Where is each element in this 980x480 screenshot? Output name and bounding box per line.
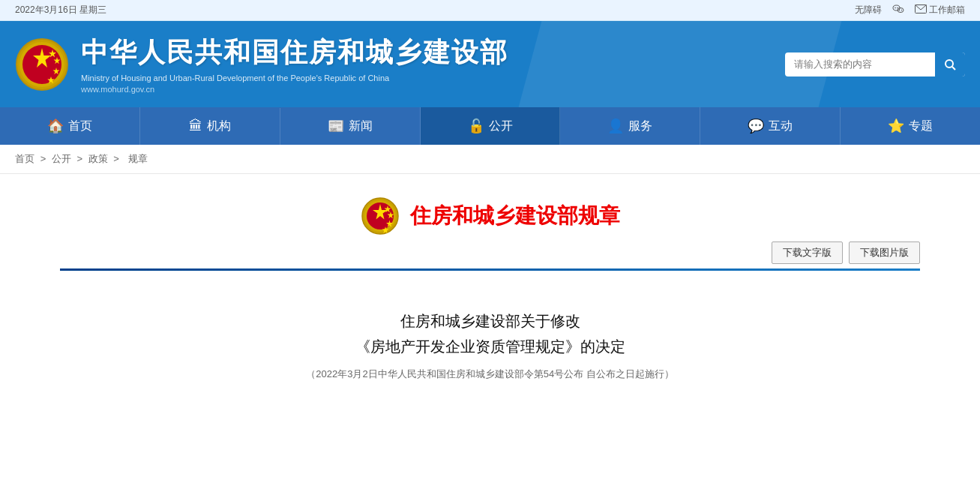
home-icon: 🏠 [47,118,64,134]
accessibility-label: 无障碍 [855,4,882,16]
nav-label-service: 服务 [628,118,652,134]
download-image-btn[interactable]: 下载图片版 [849,242,920,264]
email-label: 工作邮箱 [929,4,965,16]
nav-label-public: 公开 [489,118,513,134]
breadcrumb-public[interactable]: 公开 [52,153,71,164]
public-icon: 🔓 [468,118,484,134]
download-text-btn[interactable]: 下载文字版 [772,242,843,264]
wechat-icon [892,3,904,17]
nav-item-institution[interactable]: 🏛 机构 [140,108,280,145]
search-button[interactable] [935,52,965,76]
breadcrumb: 首页 > 公开 > 政策 > 规章 [0,145,980,174]
title-line1: 住房和城乡建设部关于修改 [60,308,920,334]
header-title-block: 中华人民共和国住房和城乡建设部 Ministry of Housing and … [81,34,508,94]
ministry-emblem [15,38,69,92]
search-box[interactable] [785,52,965,76]
nav-item-interact[interactable]: 💬 互动 [700,107,841,145]
nav-item-home[interactable]: 🏠 首页 [0,107,140,145]
special-icon: ⭐ [888,118,904,134]
article-section-title: 住房和城乡建设部规章 [410,202,620,230]
nav-label-interact: 互动 [769,118,793,134]
svg-point-4 [899,10,900,10]
svg-point-5 [901,10,902,10]
service-icon: 👤 [607,118,624,134]
nav-item-public[interactable]: 🔓 公开 [421,107,561,145]
nav-label-home: 首页 [68,118,92,134]
breadcrumb-sep3: > [113,153,121,164]
news-icon: 📰 [328,118,344,134]
nav-label-institution: 机构 [207,118,231,134]
breadcrumb-sep2: > [76,153,85,164]
nav-item-news[interactable]: 📰 新闻 [280,107,421,145]
svg-point-15 [946,60,953,68]
breadcrumb-home[interactable]: 首页 [15,153,34,164]
svg-line-16 [952,67,955,70]
email-link[interactable]: 工作邮箱 [915,4,965,16]
article-body: 住房和城乡建设部关于修改 《房地产开发企业资质管理规定》的决定 （2022年3月… [60,308,920,382]
breadcrumb-sep1: > [40,153,49,164]
article-content: 住房和城乡建设部规章 下载文字版 下载图片版 住房和城乡建设部关于修改 《房地产… [0,174,980,459]
title-line2: 《房地产开发企业资质管理规定》的决定 [60,334,920,359]
search-input[interactable] [785,52,935,76]
header: 中华人民共和国住房和城乡建设部 Ministry of Housing and … [0,21,980,107]
website-url: www.mohurd.gov.cn [81,85,508,94]
ministry-name-en: Ministry of Housing and Urban-Rural Deve… [81,74,508,82]
nav-item-service[interactable]: 👤 服务 [560,107,700,145]
article-main-title: 住房和城乡建设部关于修改 《房地产开发企业资质管理规定》的决定 [60,308,920,359]
svg-point-1 [895,8,896,9]
top-bar: 2022年3月16日 星期三 无障碍 [0,0,980,21]
breadcrumb-current: 规章 [128,153,148,164]
email-icon [915,4,927,16]
main-nav: 🏠 首页 🏛 机构 📰 新闻 🔓 公开 👤 服务 💬 互动 ⭐ 专题 [0,107,980,145]
ministry-name-cn: 中华人民共和国住房和城乡建设部 [81,34,508,71]
breadcrumb-policy[interactable]: 政策 [88,153,108,164]
download-buttons: 下载文字版 下载图片版 [60,242,920,264]
nav-item-special[interactable]: ⭐ 专题 [841,107,980,145]
article-emblem [361,196,400,236]
wechat-link[interactable] [892,3,904,17]
header-left: 中华人民共和国住房和城乡建设部 Ministry of Housing and … [15,34,508,94]
top-bar-right: 无障碍 工作邮箱 [855,3,965,17]
date-display: 2022年3月16日 星期三 [15,4,106,16]
article-sub-note: （2022年3月2日中华人民共和国住房和城乡建设部令第54号公布 自公布之日起施… [60,365,920,382]
institution-icon: 🏛 [189,118,202,134]
interact-icon: 💬 [748,118,764,134]
article-header: 住房和城乡建设部规章 下载文字版 下载图片版 [60,196,920,293]
nav-label-special: 专题 [909,118,933,134]
section-divider [60,268,920,271]
article-title-row: 住房和城乡建设部规章 [361,196,620,236]
accessibility-link[interactable]: 无障碍 [855,4,882,16]
nav-label-news: 新闻 [349,118,373,134]
